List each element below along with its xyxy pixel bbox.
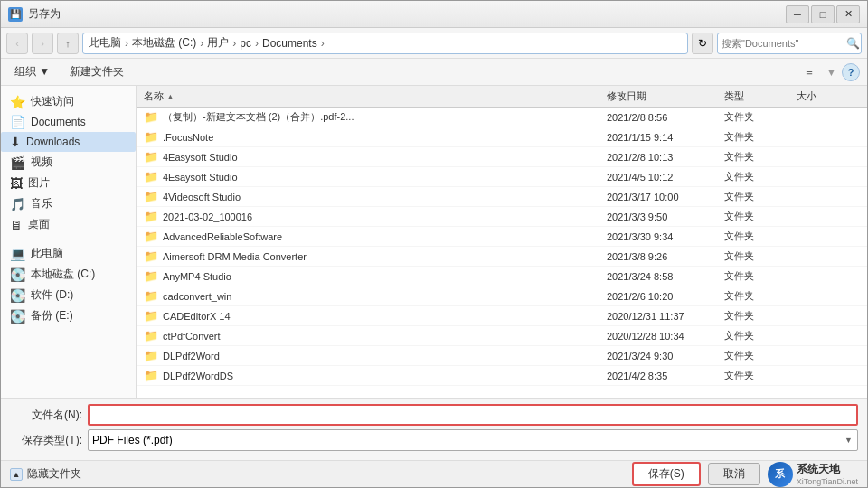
picture-icon: 🖼 [10,176,23,191]
organize-button[interactable]: 组织 ▼ [8,61,56,83]
hide-folder-button[interactable]: ▲ 隐藏文件夹 [10,466,81,482]
file-date: 2021/4/5 10:12 [607,172,724,183]
toolbar-right: ≡ ▼ ? [797,62,860,82]
table-row[interactable]: 📁 Aimersoft DRM Media Converter 2021/3/8… [137,247,867,267]
table-row[interactable]: 📁 .FocusNote 2021/1/15 9:14 文件夹 [137,127,867,147]
table-row[interactable]: 📁 ctPdfConvert 2020/12/28 10:34 文件夹 [137,326,867,346]
table-row[interactable]: 📁 AdvancedReliableSoftware 2021/3/30 9:3… [137,227,867,247]
file-date: 2020/12/28 10:34 [607,331,724,342]
sidebar-item-pictures[interactable]: 🖼 图片 [1,173,136,193]
file-type: 文件夹 [724,369,797,382]
file-name: 📁 AdvancedReliableSoftware [144,230,607,243]
sidebar-item-documents[interactable]: 📄 Documents [1,112,136,132]
file-name: 📁 4Easysoft Studio [144,150,607,164]
status-left: ▲ 隐藏文件夹 [10,466,625,482]
search-box[interactable]: 🔍 [717,33,862,54]
folder-icon: 📁 [144,249,158,263]
file-name: 📁 4Videosoft Studio [144,190,607,203]
file-type: 文件夹 [724,150,797,164]
sidebar-item-quick-access[interactable]: ⭐ 快速访问 [1,91,136,112]
downloads-label: Downloads [26,136,80,148]
save-button[interactable]: 保存(S) [632,462,701,486]
watermark-text: 系统天地 XiTongTianDi.net [797,462,858,486]
table-row[interactable]: 📁 2021-03-02_100016 2021/3/3 9:50 文件夹 [137,207,867,227]
music-icon: 🎵 [10,197,25,211]
file-date: 2021/3/24 9:30 [607,351,724,361]
file-date: 2021/3/17 10:00 [607,192,724,202]
file-date: 2021/3/3 9:50 [607,211,724,222]
sidebar-item-music[interactable]: 🎵 音乐 [1,193,136,214]
minimize-button[interactable]: ─ [786,5,809,23]
col-date[interactable]: 修改日期 [607,89,724,103]
col-size[interactable]: 大小 [797,89,860,103]
file-type: 文件夹 [724,210,797,223]
sidebar-item-downloads[interactable]: ⬇ Downloads [1,132,136,152]
help-button[interactable]: ? [842,63,860,81]
col-name[interactable]: 名称 ▲ [144,89,607,103]
status-bar: ▲ 隐藏文件夹 保存(S) 取消 系 系统天地 XiTongTianDi.net [1,460,867,487]
folder-icon: 📁 [144,309,158,323]
sidebar-item-drive-c[interactable]: 💽 本地磁盘 (C:) [1,264,136,285]
drive-c-icon: 💽 [10,267,25,282]
organize-label: 组织 ▼ [14,64,50,80]
view-icon: ≡ [806,65,813,79]
drive-d-label: 软件 (D:) [31,287,73,303]
table-row[interactable]: 📁 cadconvert_win 2021/2/6 10:20 文件夹 [137,286,867,306]
bottom-section: 文件名(N): 保存类型(T): PDF Files (*.pdf) [1,398,867,460]
table-row[interactable]: 📁 DLPdf2WordDS 2021/4/2 8:35 文件夹 [137,366,867,386]
file-type: 文件夹 [724,269,797,283]
folder-icon: 📁 [144,130,158,144]
path-pc: 此电脑 [89,35,121,51]
sort-arrow: ▲ [166,92,175,101]
table-row[interactable]: 📁 DLPdf2Word 2021/3/24 9:30 文件夹 [137,346,867,366]
folder-icon: 📁 [144,210,158,223]
path-user: pc [240,37,251,50]
sidebar-divider [8,239,128,239]
table-row[interactable]: 📁 4Easysoft Studio 2021/2/8 10:13 文件夹 [137,147,867,167]
window-title: 另存为 [28,6,786,22]
close-button[interactable]: ✕ [836,5,860,23]
sidebar-item-drive-e[interactable]: 💽 备份 (E:) [1,305,136,326]
col-type[interactable]: 类型 [724,89,797,103]
file-name: 📁 （复制）-新建文本文档 (2)（合并）.pdf-2... [144,110,607,124]
maximize-button[interactable]: □ [811,5,835,23]
sidebar-item-drive-d[interactable]: 💽 软件 (D:) [1,285,136,305]
folder-icon: 📁 [144,150,158,164]
up-button[interactable]: ↑ [57,33,79,54]
path-folder: Documents [262,37,317,50]
title-bar: 💾 另存为 ─ □ ✕ [1,1,867,28]
file-type: 文件夹 [724,170,797,183]
save-as-dialog: 💾 另存为 ─ □ ✕ ‹ › ↑ 此电脑 › 本地磁盘 (C:) › 用户 ›… [0,0,868,488]
file-list: 📁 （复制）-新建文本文档 (2)（合并）.pdf-2... 2021/2/8 … [137,108,867,398]
file-name: 📁 DLPdf2WordDS [144,369,607,382]
file-date: 2021/1/15 9:14 [607,132,724,143]
sidebar-item-this-pc[interactable]: 💻 此电脑 [1,243,136,264]
file-list-header: 名称 ▲ 修改日期 类型 大小 [137,86,867,108]
file-type: 文件夹 [724,249,797,263]
sidebar-item-desktop[interactable]: 🖥 桌面 [1,214,136,235]
new-folder-label: 新建文件夹 [70,64,124,80]
filename-input[interactable] [88,404,858,426]
sidebar-item-videos[interactable]: 🎬 视频 [1,152,136,173]
table-row[interactable]: 📁 （复制）-新建文本文档 (2)（合并）.pdf-2... 2021/2/8 … [137,108,867,127]
search-input[interactable] [722,38,846,49]
new-folder-button[interactable]: 新建文件夹 [63,61,130,83]
table-row[interactable]: 📁 AnyMP4 Studio 2021/3/24 8:58 文件夹 [137,267,867,286]
filetype-row: 保存类型(T): PDF Files (*.pdf) [10,429,858,451]
address-path[interactable]: 此电脑 › 本地磁盘 (C:) › 用户 › pc › Documents › [82,33,688,54]
back-button[interactable]: ‹ [6,33,28,54]
refresh-button[interactable]: ↻ [692,33,713,54]
table-row[interactable]: 📁 4Esaysoft Studio 2021/4/5 10:12 文件夹 [137,167,867,187]
documents-label: Documents [31,116,86,128]
table-row[interactable]: 📁 CADEditorX 14 2020/12/31 11:37 文件夹 [137,306,867,326]
forward-button[interactable]: › [32,33,53,54]
filetype-select[interactable]: PDF Files (*.pdf) [88,429,858,451]
view-button[interactable]: ≡ [797,62,821,82]
file-type: 文件夹 [724,289,797,303]
cancel-button[interactable]: 取消 [708,463,760,485]
watermark: 系 系统天地 XiTongTianDi.net [768,462,858,487]
sidebar: ⭐ 快速访问 📄 Documents ⬇ Downloads 🎬 视频 🖼 图片… [1,86,137,398]
this-pc-label: 此电脑 [31,246,63,261]
table-row[interactable]: 📁 4Videosoft Studio 2021/3/17 10:00 文件夹 [137,187,867,207]
music-label: 音乐 [31,196,52,211]
